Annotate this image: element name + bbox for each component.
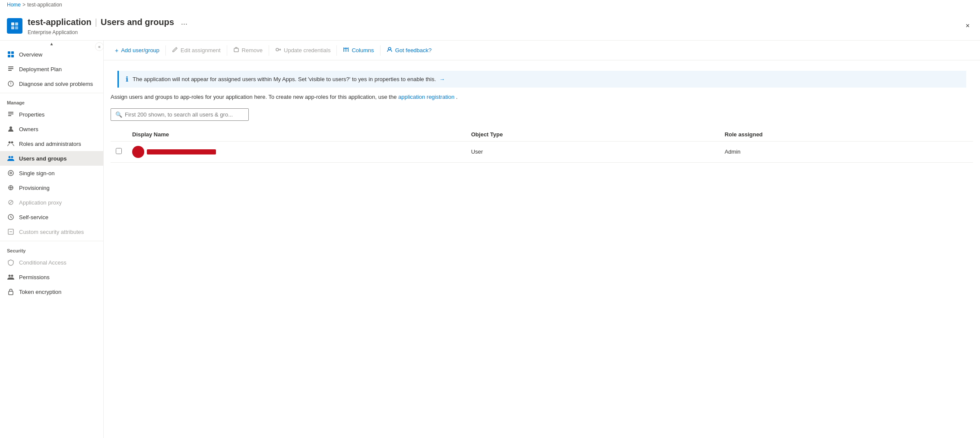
user-avatar <box>132 146 144 158</box>
sidebar-item-custom-security-label: Custom security attributes <box>19 229 84 235</box>
sidebar-divider-2 <box>0 241 103 241</box>
row-checkbox[interactable] <box>116 148 122 154</box>
svg-point-21 <box>11 156 13 158</box>
object-type-header: Object Type <box>466 128 720 142</box>
display-name-cell <box>127 141 466 162</box>
svg-rect-6 <box>8 55 10 57</box>
edit-assignment-button[interactable]: Edit assignment <box>168 44 225 57</box>
more-options-button[interactable]: ... <box>178 16 191 28</box>
breadcrumb-home[interactable]: Home <box>7 2 21 8</box>
conditional-access-icon <box>7 258 15 266</box>
remove-icon <box>233 47 239 54</box>
token-encryption-icon <box>7 288 15 296</box>
search-input[interactable] <box>125 111 244 118</box>
app-proxy-icon <box>7 199 15 206</box>
sidebar-item-overview[interactable]: Overview <box>0 47 103 62</box>
columns-icon <box>343 47 349 54</box>
columns-button[interactable]: Columns <box>339 44 378 57</box>
users-table: Display Name Object Type Role assigned <box>111 128 973 163</box>
svg-point-23 <box>10 172 12 174</box>
manage-section-label: Manage <box>0 95 103 107</box>
app-name: test-application <box>28 17 92 27</box>
sidebar-item-self-service[interactable]: Self-service <box>0 210 103 224</box>
sidebar-item-roles-admins[interactable]: Roles and administrators <box>0 136 103 151</box>
sidebar-item-custom-security: Custom security attributes <box>0 224 103 239</box>
svg-rect-3 <box>15 26 18 29</box>
page-title: Users and groups <box>101 17 174 27</box>
breadcrumb: Home > test-application <box>0 0 980 9</box>
users-groups-icon <box>7 154 15 162</box>
toolbar: + Add user/group Edit assignment Remove <box>104 41 980 60</box>
properties-icon <box>7 110 15 118</box>
assign-description: Assign users and groups to app-roles for… <box>111 93 973 101</box>
sidebar-item-diagnose[interactable]: Diagnose and solve problems <box>0 76 103 91</box>
toolbar-separator-1 <box>165 45 166 56</box>
svg-point-22 <box>8 170 13 176</box>
svg-rect-15 <box>8 113 13 114</box>
svg-rect-35 <box>234 48 238 52</box>
svg-point-32 <box>9 275 11 277</box>
sidebar-item-token-encryption[interactable]: Token encryption <box>0 284 103 299</box>
role-assigned-cell: Admin <box>720 141 973 162</box>
table-row: User Admin <box>111 141 973 162</box>
sidebar-item-overview-label: Overview <box>19 51 42 58</box>
custom-security-icon <box>7 228 15 236</box>
deployment-icon <box>7 65 15 73</box>
title-separator: | <box>95 17 97 27</box>
breadcrumb-separator: > <box>22 2 25 8</box>
svg-point-19 <box>11 142 13 144</box>
display-name-header: Display Name <box>127 128 466 142</box>
app-title-block: test-application | Users and groups ... … <box>28 16 191 35</box>
sidebar-divider-1 <box>0 93 103 93</box>
feedback-button[interactable]: Got feedback? <box>382 44 436 57</box>
content-body: ℹ The application will not appear for as… <box>104 60 980 438</box>
svg-point-20 <box>9 156 11 158</box>
table-header: Display Name Object Type Role assigned <box>111 128 973 142</box>
sidebar-item-provisioning-label: Provisioning <box>19 185 50 191</box>
app-icon <box>7 18 22 34</box>
sidebar-item-provisioning[interactable]: Provisioning <box>0 180 103 195</box>
sidebar-item-properties[interactable]: Properties <box>0 107 103 122</box>
banner-text: The application will not appear for assi… <box>133 76 445 82</box>
provisioning-icon <box>7 184 15 192</box>
credentials-icon <box>275 47 281 54</box>
breadcrumb-current: test-application <box>27 2 62 8</box>
edit-icon <box>172 47 178 54</box>
search-box[interactable]: 🔍 <box>111 108 249 121</box>
svg-rect-34 <box>9 291 13 295</box>
sidebar-item-permissions[interactable]: Permissions <box>0 270 103 284</box>
sidebar-item-users-groups[interactable]: Users and groups <box>0 151 103 166</box>
role-assigned-header: Role assigned <box>720 128 973 142</box>
permissions-icon <box>7 273 15 281</box>
info-icon: ℹ <box>126 75 128 83</box>
overview-icon <box>7 50 15 58</box>
sidebar: « ▲ Overview Deployment Plan Diagnose an… <box>0 41 104 438</box>
sidebar-item-deployment[interactable]: Deployment Plan <box>0 62 103 76</box>
self-service-icon <box>7 213 15 221</box>
info-banner: ℹ The application will not appear for as… <box>117 71 966 88</box>
sidebar-item-diagnose-label: Diagnose and solve problems <box>19 81 93 87</box>
app-registration-link[interactable]: application registration <box>398 94 454 100</box>
toolbar-separator-4 <box>336 45 337 56</box>
sidebar-collapse-button[interactable]: « <box>95 42 104 51</box>
owners-icon <box>7 125 15 133</box>
svg-rect-16 <box>8 115 11 116</box>
security-section-label: Security <box>0 243 103 255</box>
remove-button[interactable]: Remove <box>229 44 267 57</box>
sidebar-item-owners-label: Owners <box>19 126 38 132</box>
update-credentials-button[interactable]: Update credentials <box>271 44 335 57</box>
close-button[interactable]: × <box>962 19 973 33</box>
banner-arrow: → <box>439 76 445 82</box>
svg-rect-10 <box>8 70 12 71</box>
app-subtitle: Enterprise Application <box>28 29 191 35</box>
svg-point-39 <box>276 48 279 51</box>
svg-point-18 <box>9 142 11 144</box>
sidebar-item-owners[interactable]: Owners <box>0 122 103 136</box>
svg-rect-8 <box>8 66 13 67</box>
sidebar-item-sso[interactable]: Single sign-on <box>0 166 103 180</box>
header-left: test-application | Users and groups ... … <box>7 16 191 35</box>
add-user-group-button[interactable]: + Add user/group <box>111 44 164 57</box>
toolbar-separator-5 <box>380 45 381 56</box>
main-body: « ▲ Overview Deployment Plan Diagnose an… <box>0 41 980 438</box>
sidebar-item-conditional-access: Conditional Access <box>0 255 103 270</box>
